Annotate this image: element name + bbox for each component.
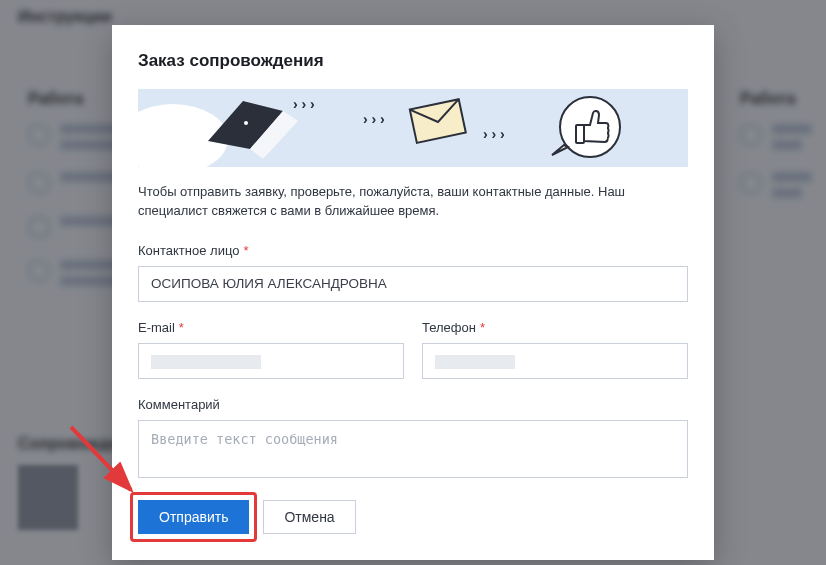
- email-input[interactable]: [138, 343, 404, 379]
- email-field: E-mail*: [138, 320, 404, 379]
- phone-field: Телефон*: [422, 320, 688, 379]
- cancel-button[interactable]: Отмена: [263, 500, 355, 534]
- phone-input[interactable]: [422, 343, 688, 379]
- svg-point-1: [244, 121, 248, 125]
- modal-title: Заказ сопровождения: [138, 51, 688, 71]
- order-support-modal: Заказ сопровождения › › › › › › › › ›: [112, 25, 714, 560]
- submit-button[interactable]: Отправить: [138, 500, 249, 534]
- contact-label: Контактное лицо*: [138, 243, 688, 258]
- contact-input[interactable]: [138, 266, 688, 302]
- phone-label: Телефон*: [422, 320, 688, 335]
- email-redacted: [151, 355, 261, 369]
- comment-input[interactable]: [138, 420, 688, 478]
- svg-rect-7: [576, 125, 584, 143]
- phone-redacted: [435, 355, 515, 369]
- submit-highlight: Отправить: [138, 500, 249, 534]
- comment-label: Комментарий: [138, 397, 688, 412]
- svg-text:› › ›: › › ›: [293, 96, 315, 112]
- modal-banner: › › › › › › › › ›: [138, 89, 688, 167]
- svg-text:› › ›: › › ›: [363, 111, 385, 127]
- contact-field: Контактное лицо*: [138, 243, 688, 302]
- modal-description: Чтобы отправить заявку, проверьте, пожал…: [138, 183, 688, 221]
- modal-actions: Отправить Отмена: [138, 500, 688, 534]
- email-label: E-mail*: [138, 320, 404, 335]
- comment-field: Комментарий: [138, 397, 688, 482]
- svg-text:› › ›: › › ›: [483, 126, 505, 142]
